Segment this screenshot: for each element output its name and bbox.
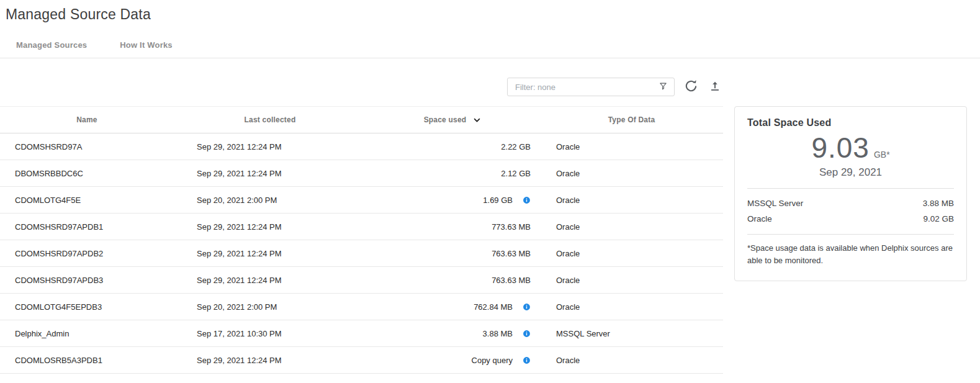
- breakdown-label: Oracle: [747, 214, 772, 223]
- table-row[interactable]: CDOMSHSRD97APDB3 Sep 29, 2021 12:24 PM 7…: [0, 267, 723, 294]
- table-header-row: Name Last collected Space used Type Of D…: [0, 106, 723, 133]
- total-space-number: 9.03: [811, 132, 870, 164]
- cell-type-of-data: Oracle: [540, 302, 723, 312]
- tab-how-it-works[interactable]: How It Works: [120, 40, 173, 50]
- tab-bar: Managed Sources How It Works: [0, 40, 980, 58]
- cell-space-used: 763.63 MB: [366, 249, 540, 258]
- column-header-last-collected[interactable]: Last collected: [174, 115, 366, 124]
- info-icon[interactable]: [523, 356, 531, 364]
- table-row[interactable]: CDOMSHSRD97APDB2 Sep 29, 2021 12:24 PM 7…: [0, 240, 723, 267]
- cell-name: DBOMSRBBDC6C: [0, 169, 174, 178]
- managed-sources-table: Name Last collected Space used Type Of D…: [0, 106, 723, 374]
- cell-type-of-data: Oracle: [540, 169, 723, 178]
- info-icon[interactable]: [523, 330, 531, 338]
- cell-space-used: 773.63 MB: [366, 222, 540, 232]
- cell-space-used: 762.84 MB: [366, 302, 540, 312]
- table-row[interactable]: CDOMLOTG4F5EPDB3 Sep 20, 2021 2:00 PM 76…: [0, 294, 723, 320]
- breakdown-row: Oracle 9.02 GB: [747, 211, 954, 227]
- cell-space-used: 763.63 MB: [366, 276, 540, 285]
- cell-name: CDOMLOSRB5A3PDB1: [0, 356, 174, 365]
- table-row[interactable]: CDOMSHSRD97A Sep 29, 2021 12:24 PM 2.22 …: [0, 133, 723, 160]
- cell-last-collected: Sep 29, 2021 12:24 PM: [174, 169, 366, 178]
- panel-title: Total Space Used: [747, 117, 954, 128]
- cell-last-collected: Sep 29, 2021 12:24 PM: [174, 222, 366, 232]
- refresh-button[interactable]: [683, 79, 699, 95]
- total-space-used-panel: Total Space Used 9.03GB* Sep 29, 2021 MS…: [734, 106, 967, 281]
- cell-space-used-value: 1.69 GB: [483, 196, 513, 205]
- cell-type-of-data: MSSQL Server: [540, 329, 723, 338]
- table-row[interactable]: DBOMSRBBDC6C Sep 29, 2021 12:24 PM 2.12 …: [0, 160, 723, 187]
- column-header-space-used[interactable]: Space used: [366, 115, 540, 125]
- table-toolbar: [0, 78, 723, 96]
- cell-name: CDOMSHSRD97APDB1: [0, 222, 174, 232]
- breakdown-row: MSSQL Server 3.88 MB: [747, 196, 954, 211]
- total-space-date: Sep 29, 2021: [747, 166, 954, 179]
- table-row[interactable]: CDOMLOSRB5A3PDB1 Sep 29, 2021 12:24 PM C…: [0, 347, 723, 374]
- cell-space-used-value: 3.88 MB: [483, 329, 513, 338]
- cell-space-used: 2.22 GB: [366, 142, 540, 151]
- filter-box[interactable]: [507, 78, 675, 96]
- cell-name: CDOMSHSRD97APDB2: [0, 249, 174, 258]
- cell-last-collected: Sep 29, 2021 12:24 PM: [174, 356, 366, 365]
- cell-space-used-value: 763.63 MB: [492, 249, 531, 258]
- copy-query-action[interactable]: Copy query: [472, 356, 513, 365]
- table-row[interactable]: Delphix_Admin Sep 17, 2021 10:30 PM 3.88…: [0, 320, 723, 347]
- cell-space-used-value: 763.63 MB: [492, 276, 531, 285]
- panel-footnote: *Space usage data is available when Delp…: [747, 242, 954, 266]
- cell-type-of-data: Oracle: [540, 196, 723, 205]
- cell-last-collected: Sep 17, 2021 10:30 PM: [174, 329, 366, 338]
- page-title: Managed Source Data: [0, 0, 980, 23]
- cell-last-collected: Sep 20, 2021 2:00 PM: [174, 302, 366, 312]
- table-row[interactable]: CDOMLOTG4F5E Sep 20, 2021 2:00 PM 1.69 G…: [0, 187, 723, 214]
- column-header-type-of-data[interactable]: Type Of Data: [540, 115, 723, 124]
- cell-space-used-value: 762.84 MB: [474, 302, 513, 312]
- cell-last-collected: Sep 29, 2021 12:24 PM: [174, 249, 366, 258]
- info-icon[interactable]: [523, 196, 531, 204]
- cell-space-used-value: 773.63 MB: [492, 222, 531, 232]
- cell-last-collected: Sep 20, 2021 2:00 PM: [174, 196, 366, 205]
- cell-name: CDOMSHSRD97APDB3: [0, 276, 174, 285]
- column-header-name[interactable]: Name: [0, 115, 174, 124]
- column-header-space-used-label: Space used: [424, 115, 467, 124]
- cell-last-collected: Sep 29, 2021 12:24 PM: [174, 276, 366, 285]
- breakdown-value: 3.88 MB: [923, 199, 954, 208]
- cell-name: CDOMLOTG4F5E: [0, 196, 174, 205]
- filter-input[interactable]: [514, 82, 659, 92]
- table-body: CDOMSHSRD97A Sep 29, 2021 12:24 PM 2.22 …: [0, 133, 723, 374]
- sort-desc-chevron-icon: [472, 115, 482, 125]
- refresh-icon: [684, 79, 698, 95]
- cell-type-of-data: Oracle: [540, 276, 723, 285]
- breakdown-value: 9.02 GB: [923, 214, 954, 223]
- cell-name: CDOMLOTG4F5EPDB3: [0, 302, 174, 312]
- upload-button[interactable]: [707, 79, 723, 95]
- cell-space-used: Copy query: [366, 356, 540, 365]
- total-space-unit: GB*: [874, 150, 890, 160]
- info-icon[interactable]: [523, 303, 531, 311]
- cell-type-of-data: Oracle: [540, 142, 723, 151]
- cell-space-used: 2.12 GB: [366, 169, 540, 178]
- cell-type-of-data: Oracle: [540, 249, 723, 258]
- funnel-filter-icon[interactable]: [659, 81, 668, 93]
- total-space-value-group: 9.03GB*: [747, 131, 954, 164]
- cell-space-used-value: 2.22 GB: [501, 142, 531, 151]
- main-content: Name Last collected Space used Type Of D…: [0, 106, 980, 374]
- cell-last-collected: Sep 29, 2021 12:24 PM: [174, 142, 366, 151]
- cell-space-used: 1.69 GB: [366, 196, 540, 205]
- cell-space-used: 3.88 MB: [366, 329, 540, 338]
- cell-type-of-data: Oracle: [540, 222, 723, 232]
- tab-managed-sources[interactable]: Managed Sources: [16, 40, 87, 50]
- cell-name: Delphix_Admin: [0, 329, 174, 338]
- cell-name: CDOMSHSRD97A: [0, 142, 174, 151]
- table-row[interactable]: CDOMSHSRD97APDB1 Sep 29, 2021 12:24 PM 7…: [0, 214, 723, 240]
- cell-type-of-data: Oracle: [540, 356, 723, 365]
- breakdown-label: MSSQL Server: [747, 199, 803, 208]
- space-breakdown-list: MSSQL Server 3.88 MB Oracle 9.02 GB: [747, 188, 954, 235]
- upload-icon: [708, 79, 722, 95]
- cell-space-used-value: 2.12 GB: [501, 169, 531, 178]
